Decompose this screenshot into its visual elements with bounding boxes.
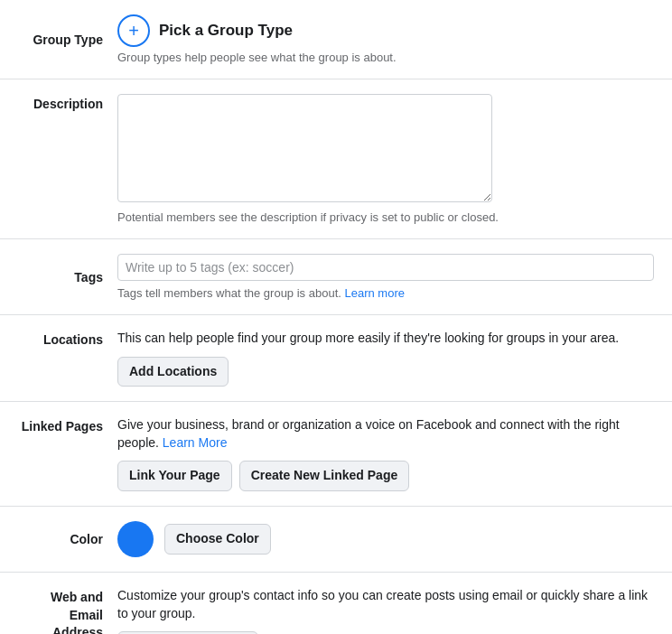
locations-content: This can help people find your group mor… xyxy=(117,330,654,387)
linked-pages-hint: Give your business, brand or organizatio… xyxy=(117,416,654,452)
tags-hint: Tags tell members what the group is abou… xyxy=(117,286,654,300)
linked-pages-content: Give your business, brand or organizatio… xyxy=(117,416,654,491)
group-type-content: + Pick a Group Type Group types help peo… xyxy=(117,14,654,64)
description-textarea[interactable] xyxy=(117,94,492,202)
group-type-label: Group Type xyxy=(18,30,117,50)
web-email-label: Web and Email Address xyxy=(18,587,117,634)
description-content: Potential members see the description if… xyxy=(117,94,654,224)
linked-pages-learn-more-link[interactable]: Learn More xyxy=(163,435,228,450)
link-your-page-button[interactable]: Link Your Page xyxy=(117,461,232,491)
description-row: Description Potential members see the de… xyxy=(0,79,672,239)
group-type-row: Group Type + Pick a Group Type Group typ… xyxy=(0,0,672,79)
description-label: Description xyxy=(18,94,117,114)
pick-group-type-text: Pick a Group Type xyxy=(159,22,293,40)
description-hint: Potential members see the description if… xyxy=(117,210,654,224)
web-email-content: Customize your group's contact info so y… xyxy=(117,587,654,634)
locations-row: Locations This can help people find your… xyxy=(0,315,672,402)
color-row: Color Choose Color xyxy=(0,507,672,573)
tags-content: Tags tell members what the group is abou… xyxy=(117,254,654,300)
add-locations-button[interactable]: Add Locations xyxy=(117,357,229,387)
tags-row: Tags Tags tell members what the group is… xyxy=(0,239,672,315)
color-inner: Choose Color xyxy=(117,521,654,557)
tags-input-wrapper xyxy=(117,254,654,281)
create-new-linked-page-button[interactable]: Create New Linked Page xyxy=(239,461,410,491)
linked-pages-buttons: Link Your Page Create New Linked Page xyxy=(117,461,654,491)
locations-hint: This can help people find your group mor… xyxy=(117,330,654,348)
tags-hint-text: Tags tell members what the group is abou… xyxy=(117,286,341,300)
tags-label: Tags xyxy=(18,267,117,287)
locations-label: Locations xyxy=(18,330,117,350)
tags-input[interactable] xyxy=(126,260,646,275)
color-circle xyxy=(117,521,154,557)
color-content: Choose Color xyxy=(117,521,654,557)
linked-pages-row: Linked Pages Give your business, brand o… xyxy=(0,402,672,507)
plus-circle-icon: + xyxy=(117,14,150,47)
web-email-row: Web and Email Address Customize your gro… xyxy=(0,573,672,634)
color-label: Color xyxy=(18,529,117,549)
pick-group-type-button[interactable]: + Pick a Group Type xyxy=(117,14,654,47)
group-type-hint: Group types help people see what the gro… xyxy=(117,51,654,64)
settings-form: Group Type + Pick a Group Type Group typ… xyxy=(0,0,672,634)
web-hint: Customize your group's contact info so y… xyxy=(117,587,654,622)
tags-learn-more-link[interactable]: Learn more xyxy=(344,286,404,300)
linked-pages-label: Linked Pages xyxy=(18,416,117,436)
choose-color-button[interactable]: Choose Color xyxy=(164,524,271,555)
